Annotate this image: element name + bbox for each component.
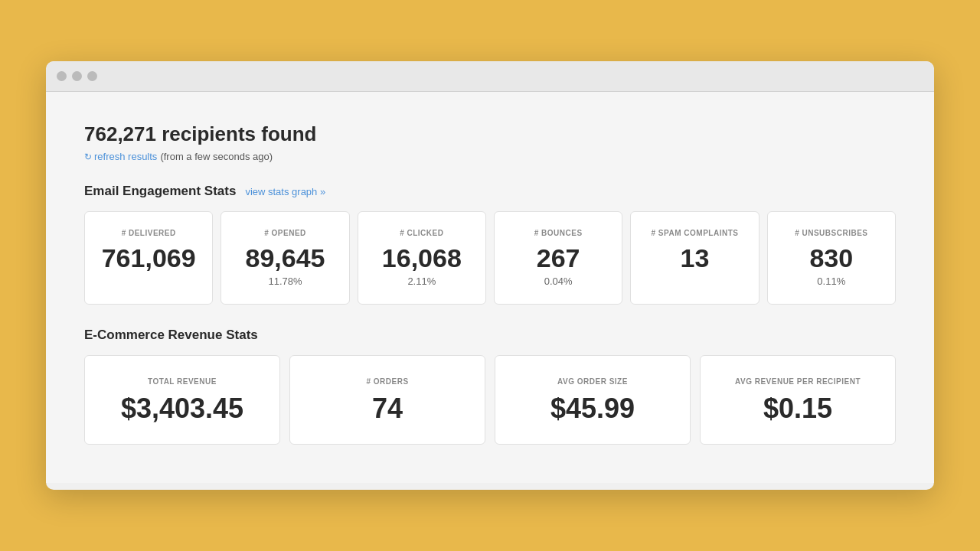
email-stat-card-2: # CLICKED16,0682.11% (358, 211, 486, 305)
window-dot-green (87, 71, 97, 81)
recipients-title: 762,271 recipients found (84, 122, 896, 146)
revenue-value-3: $0.15 (763, 395, 832, 422)
stat-label-1: # OPENED (264, 229, 306, 237)
refresh-label: refresh results (94, 151, 157, 162)
titlebar (46, 61, 934, 92)
revenue-card-0: TOTAL REVENUE$3,403.45 (84, 355, 280, 445)
stat-percent-5: 0.11% (817, 276, 845, 287)
stat-label-3: # BOUNCES (534, 229, 583, 237)
main-content: 762,271 recipients found ↻ refresh resul… (46, 92, 934, 483)
stat-label-4: # SPAM COMPLAINTS (652, 229, 739, 237)
revenue-label-0: TOTAL REVENUE (148, 377, 217, 386)
revenue-card-3: AVG REVENUE PER RECIPIENT$0.15 (700, 355, 896, 445)
email-stat-card-1: # OPENED89,64511.78% (220, 211, 349, 305)
revenue-card-2: AVG ORDER SIZE$45.99 (495, 355, 691, 445)
revenue-label-3: AVG REVENUE PER RECIPIENT (735, 377, 861, 386)
refresh-time: (from a few seconds ago) (160, 151, 273, 162)
email-stat-card-4: # SPAM COMPLAINTS13 (630, 211, 759, 305)
stat-value-2: 16,068 (382, 245, 462, 271)
stat-value-4: 13 (681, 245, 710, 271)
stat-value-5: 830 (809, 245, 853, 271)
stat-value-0: 761,069 (102, 245, 196, 271)
revenue-value-0: $3,403.45 (121, 395, 243, 422)
stat-value-3: 267 (537, 245, 580, 271)
email-stat-card-0: # DELIVERED761,069 (84, 211, 213, 305)
revenue-value-1: 74 (372, 395, 403, 422)
view-graph-link[interactable]: view stats graph » (245, 186, 325, 197)
email-stats-row: # DELIVERED761,069# OPENED89,64511.78%# … (84, 211, 896, 305)
email-stat-card-3: # BOUNCES2670.04% (494, 211, 622, 305)
revenue-stats-title: E-Commerce Revenue Stats (84, 328, 258, 343)
stat-label-0: # DELIVERED (122, 229, 176, 237)
refresh-link[interactable]: ↻ refresh results (84, 151, 157, 162)
refresh-row: ↻ refresh results (from a few seconds ag… (84, 151, 896, 162)
stat-value-1: 89,645 (245, 245, 325, 271)
email-stat-card-5: # UNSUBSCRIBES8300.11% (767, 211, 896, 305)
refresh-icon: ↻ (84, 152, 92, 162)
email-stats-title: Email Engagement Stats (84, 184, 236, 199)
revenue-label-1: # ORDERS (366, 377, 408, 386)
revenue-value-2: $45.99 (550, 395, 635, 422)
stat-label-2: # CLICKED (400, 229, 443, 237)
revenue-stats-header: E-Commerce Revenue Stats (84, 328, 896, 343)
email-stats-header: Email Engagement Stats view stats graph … (84, 184, 896, 199)
revenue-card-1: # ORDERS74 (289, 355, 485, 445)
stat-percent-2: 2.11% (407, 276, 436, 287)
stat-percent-3: 0.04% (544, 276, 573, 287)
browser-window: 762,271 recipients found ↻ refresh resul… (46, 61, 934, 490)
window-dot-red (57, 71, 67, 81)
window-dot-yellow (72, 71, 82, 81)
revenue-stats-row: TOTAL REVENUE$3,403.45# ORDERS74AVG ORDE… (84, 355, 896, 445)
stat-label-5: # UNSUBSCRIBES (795, 229, 867, 237)
revenue-label-2: AVG ORDER SIZE (557, 377, 628, 386)
stat-percent-1: 11.78% (268, 276, 302, 287)
